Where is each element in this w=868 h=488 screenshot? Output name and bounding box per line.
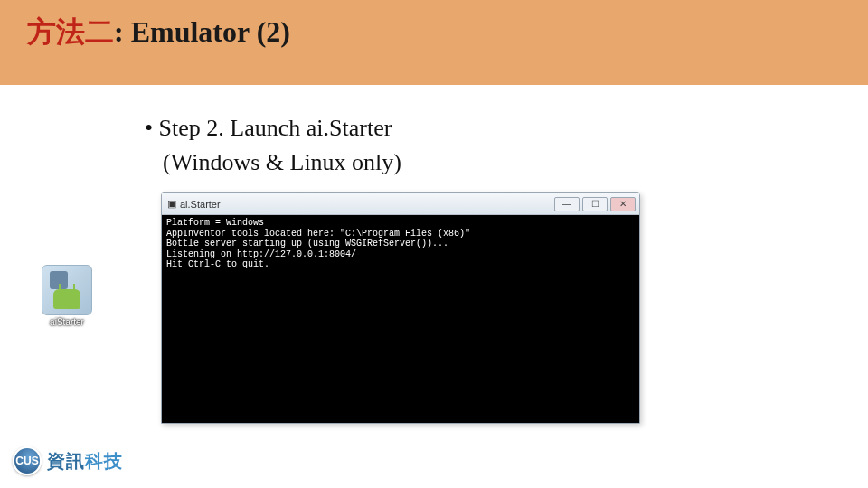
minimize-button[interactable]: — xyxy=(554,197,580,211)
terminal-line: Listening on http://127.0.0.1:8004/ xyxy=(166,249,356,259)
footer-char: 技 xyxy=(104,449,123,474)
terminal-line: AppInventor tools located here: "C:\Prog… xyxy=(166,229,470,239)
illustration-row: aiStarter ▣ ai.Starter — ☐ ✕ Platform = … xyxy=(145,192,832,424)
footer-logo: CUS 資 訊 科 技 xyxy=(13,446,123,475)
footer-char: 訊 xyxy=(66,449,85,474)
bullet-sub: (Windows & Linux only) xyxy=(145,149,832,176)
command-window: ▣ ai.Starter — ☐ ✕ Platform = Windows Ap… xyxy=(161,192,640,424)
cus-badge-icon: CUS xyxy=(13,446,42,475)
footer-text: 資 訊 科 技 xyxy=(47,449,123,474)
terminal-output: Platform = Windows AppInventor tools loc… xyxy=(162,215,639,423)
title-sep: : xyxy=(114,15,131,48)
window-title-text: ai.Starter xyxy=(180,199,221,210)
terminal-line: Hit Ctrl-C to quit. xyxy=(166,259,269,269)
terminal-line: Bottle server starting up (using WSGIRef… xyxy=(166,239,448,249)
desktop-shortcut: aiStarter xyxy=(36,265,98,327)
close-button[interactable]: ✕ xyxy=(610,197,636,211)
android-icon xyxy=(53,289,80,309)
maximize-button[interactable]: ☐ xyxy=(582,197,608,211)
title-en: Emulator (2) xyxy=(131,15,290,48)
terminal-line: Platform = Windows xyxy=(166,218,264,228)
aistarter-icon xyxy=(42,265,92,315)
cmd-icon: ▣ xyxy=(167,198,176,210)
window-controls: — ☐ ✕ xyxy=(554,197,636,211)
footer-char: 科 xyxy=(85,449,104,474)
bullet-step: • Step 2. Launch ai.Starter xyxy=(145,112,832,144)
window-titlebar: ▣ ai.Starter — ☐ ✕ xyxy=(162,193,639,215)
slide-body: • Step 2. Launch ai.Starter (Windows & L… xyxy=(0,85,868,424)
shortcut-label: aiStarter xyxy=(50,317,84,327)
slide-header: 方法二: Emulator (2) xyxy=(0,0,868,85)
title-zh: 方法二 xyxy=(27,15,114,48)
footer-char: 資 xyxy=(47,449,66,474)
slide-title: 方法二: Emulator (2) xyxy=(27,13,850,52)
window-title: ▣ ai.Starter xyxy=(167,198,221,210)
